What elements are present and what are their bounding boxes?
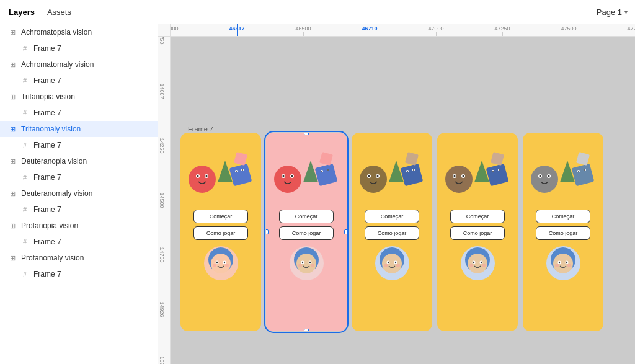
layer-label: Achromatopsia vision — [21, 28, 92, 37]
svg-point-19 — [225, 264, 229, 267]
frame-icon: # — [20, 205, 30, 215]
svg-point-53 — [382, 254, 402, 273]
svg-point-3 — [197, 175, 199, 177]
layer-label: Deuteranopia vision — [21, 157, 87, 166]
canvas-card[interactable]: Começar Como jogar — [352, 133, 432, 331]
svg-point-70 — [492, 171, 494, 172]
svg-rect-67 — [491, 152, 504, 166]
layer-child-item[interactable]: # Frame 7 — [0, 73, 158, 89]
svg-rect-6 — [229, 164, 252, 187]
selection-handle-rm[interactable] — [344, 229, 347, 234]
svg-point-18 — [213, 264, 216, 267]
start-button[interactable]: Começar — [279, 210, 334, 223]
start-button[interactable]: Começar — [536, 210, 590, 223]
layer-child-item[interactable]: # Frame 7 — [0, 40, 158, 56]
selection-handle-bm[interactable] — [304, 329, 309, 331]
selection-handle-br[interactable] — [344, 329, 347, 331]
layer-label: Frame 7 — [33, 173, 61, 182]
svg-point-50 — [407, 171, 408, 172]
character-face — [375, 246, 409, 280]
frame-icon: # — [20, 269, 30, 279]
layer-group-item[interactable]: ⊞ Achromatomaly vision — [0, 56, 158, 73]
svg-point-56 — [387, 262, 388, 263]
how-to-play-button[interactable]: Como jogar — [536, 226, 590, 240]
layer-group-item[interactable]: ⊞ Protanopia vision — [0, 218, 158, 234]
start-button[interactable]: Começar — [365, 210, 419, 223]
top-bar-tabs: Layers Assets — [7, 5, 73, 19]
ruler-left-mark: 13750 — [159, 37, 165, 45]
canvas-card[interactable]: Começar Como jogar — [180, 133, 261, 331]
svg-point-90 — [578, 171, 579, 172]
card-buttons: Começar Como jogar — [450, 210, 505, 240]
svg-point-79 — [482, 264, 486, 267]
layer-group-item[interactable]: ⊞ Deuteranopia vision — [0, 153, 158, 169]
svg-point-33 — [296, 254, 316, 273]
svg-point-37 — [309, 262, 310, 263]
selection-handle-lm[interactable] — [266, 229, 269, 234]
svg-point-20 — [274, 166, 301, 193]
layer-label: Frame 7 — [33, 44, 61, 53]
component-icon: ⊞ — [7, 189, 17, 198]
layer-group-item[interactable]: ⊞ Tritanomaly vision — [0, 121, 158, 137]
how-to-play-button[interactable]: Como jogar — [365, 226, 419, 240]
start-button[interactable]: Começar — [193, 210, 248, 223]
layer-group-item[interactable]: ⊞ Achromatopsia vision — [0, 24, 158, 40]
layer-label: Protanopia vision — [21, 221, 78, 230]
layer-group-item[interactable]: ⊞ Tritanopia vision — [0, 89, 158, 105]
card-shapes — [180, 133, 261, 207]
layer-label: Tritanopia vision — [21, 92, 75, 101]
layer-child-item[interactable]: # Frame 7 — [0, 234, 158, 250]
how-to-play-button[interactable]: Como jogar — [279, 226, 334, 240]
main-layout: ⊞ Achromatopsia vision # Frame 7 ⊞ Achro… — [0, 24, 635, 364]
how-to-play-button[interactable]: Como jogar — [450, 226, 505, 240]
canvas-area[interactable]: Frame 7 Começar Como jogar — [171, 37, 635, 364]
component-icon: ⊞ — [7, 221, 17, 231]
selection-handle-tm[interactable] — [304, 133, 309, 135]
layer-child-item[interactable]: # Frame 7 — [0, 105, 158, 121]
svg-point-43 — [368, 175, 370, 177]
component-icon: ⊞ — [7, 27, 17, 37]
svg-point-77 — [480, 262, 481, 263]
tab-layers[interactable]: Layers — [7, 5, 36, 19]
component-icon: ⊞ — [7, 253, 17, 263]
svg-point-13 — [211, 254, 231, 273]
svg-point-64 — [463, 175, 464, 177]
canvas-card[interactable]: Começar Como jogar — [437, 133, 518, 331]
layer-group-item[interactable]: ⊞ Protanomaly vision — [0, 250, 158, 266]
svg-point-71 — [499, 169, 500, 171]
layer-list: ⊞ Achromatopsia vision # Frame 7 ⊞ Achro… — [0, 24, 158, 282]
svg-point-44 — [377, 175, 379, 177]
svg-point-31 — [327, 169, 329, 171]
layer-group-item[interactable]: ⊞ Deuteranomaly vision — [0, 185, 158, 202]
svg-point-39 — [311, 264, 314, 267]
layer-label: Protanomaly vision — [21, 254, 84, 262]
svg-point-80 — [531, 166, 558, 193]
start-button[interactable]: Começar — [450, 210, 505, 223]
svg-point-93 — [553, 254, 573, 273]
how-to-play-button[interactable]: Como jogar — [193, 226, 248, 240]
layer-child-item[interactable]: # Frame 7 — [0, 169, 158, 185]
svg-point-0 — [189, 166, 216, 193]
layer-label: Tritanomaly vision — [21, 125, 81, 133]
canvas-card[interactable]: Começar Como jogar — [266, 133, 347, 331]
selection-handle-tr[interactable] — [344, 133, 347, 135]
canvas-card[interactable]: Começar Como jogar — [523, 133, 603, 331]
layers-sidebar: ⊞ Achromatopsia vision # Frame 7 ⊞ Achro… — [0, 24, 158, 364]
svg-point-96 — [558, 262, 559, 263]
layer-child-item[interactable]: # Frame 7 — [0, 137, 158, 153]
page-selector[interactable]: Page 1 ▾ — [597, 7, 628, 17]
ruler-top-content: 4600046317465004671047000472504750047750 — [171, 24, 635, 36]
layer-label: Frame 7 — [33, 141, 61, 149]
svg-rect-27 — [319, 152, 333, 166]
svg-point-57 — [394, 262, 396, 263]
tab-assets[interactable]: Assets — [46, 5, 73, 19]
selection-handle-tl[interactable] — [266, 133, 269, 135]
layer-child-item[interactable]: # Frame 7 — [0, 202, 158, 218]
svg-point-83 — [540, 175, 541, 177]
ruler-left: 13750140871425014500147501492615250 — [158, 37, 171, 364]
selection-handle-bl[interactable] — [266, 329, 269, 331]
top-bar: Layers Assets Page 1 ▾ — [0, 0, 635, 24]
frame-icon: # — [20, 172, 30, 182]
svg-rect-26 — [315, 164, 338, 187]
layer-child-item[interactable]: # Frame 7 — [0, 266, 158, 282]
